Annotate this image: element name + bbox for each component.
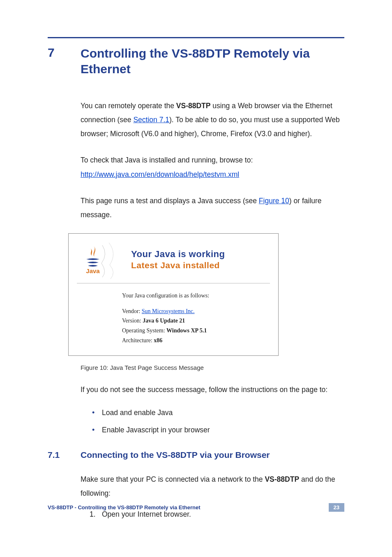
text: To check that Java is installed and runn… bbox=[81, 153, 344, 167]
figure-os-row: Operating System: Windows XP 5.1 bbox=[122, 326, 278, 336]
figure-vendor-row: Vendor: Sun Microsystems Inc. bbox=[122, 306, 278, 316]
subsection-header: 7.1 Connecting to the VS-88DTP via your … bbox=[48, 450, 344, 460]
section-header: 7 Controlling the VS-88DTP Remotely via … bbox=[48, 46, 344, 77]
figure-details: Your Java configuration is as follows: V… bbox=[122, 291, 278, 346]
section-number: 7 bbox=[48, 46, 81, 60]
section-title: Controlling the VS-88DTP Remotely via Et… bbox=[81, 46, 344, 77]
bullet-list: Load and enable Java Enable Javascript i… bbox=[92, 404, 344, 439]
value: x86 bbox=[154, 337, 162, 343]
body-para-4: If you do not see the success message, f… bbox=[81, 383, 344, 439]
figure-config-line: Your Java configuration is as follows: bbox=[122, 291, 278, 301]
product-name: VS-88DTP bbox=[265, 475, 299, 483]
value: Windows XP 5.1 bbox=[166, 327, 207, 334]
label: Vendor: bbox=[122, 308, 142, 314]
figure-arch-row: Architecture: x86 bbox=[122, 336, 278, 346]
figure-divider bbox=[77, 283, 270, 283]
label: Version: bbox=[122, 318, 143, 324]
figure-java-test: Java Your Java is working Latest Java in… bbox=[68, 233, 279, 356]
subsection-title: Connecting to the VS-88DTP via your Brow… bbox=[81, 450, 270, 460]
link-vendor[interactable]: Sun Microsystems Inc. bbox=[142, 308, 195, 314]
text: You can remotely operate the bbox=[81, 102, 176, 110]
product-name: VS-88DTP bbox=[176, 102, 211, 110]
link-section-7-1[interactable]: Section 7.1 bbox=[133, 116, 169, 124]
figure-version-row: Version: Java 6 Update 21 bbox=[122, 316, 278, 326]
svg-text:Java: Java bbox=[86, 267, 100, 274]
list-item: Enable Javascript in your browser bbox=[92, 421, 344, 439]
footer-text: VS-88DTP - Controlling the VS-88DTP Remo… bbox=[48, 504, 201, 511]
link-figure-10[interactable]: Figure 10 bbox=[259, 197, 289, 205]
page-number: 23 bbox=[329, 503, 344, 512]
figure-caption: Figure 10: Java Test Page Success Messag… bbox=[81, 364, 344, 371]
figure-title-1: Your Java is working bbox=[131, 249, 225, 260]
label: Architecture: bbox=[122, 337, 154, 343]
list-item: Load and enable Java bbox=[92, 404, 344, 421]
subsection-number: 7.1 bbox=[48, 450, 81, 460]
body-para-1: You can remotely operate the VS-88DTP us… bbox=[81, 99, 344, 141]
body-para-5: Make sure that your PC is connected via … bbox=[81, 472, 344, 522]
text: Make sure that your PC is connected via … bbox=[81, 475, 265, 483]
figure-title-2: Latest Java installed bbox=[131, 260, 225, 270]
label: Operating System: bbox=[122, 327, 166, 334]
value: Java 6 Update 21 bbox=[143, 318, 185, 324]
body-para-3: This page runs a test and displays a Jav… bbox=[81, 194, 344, 222]
java-logo-icon: Java bbox=[78, 245, 107, 274]
body-para-2: To check that Java is installed and runn… bbox=[81, 153, 344, 181]
link-java-test-url[interactable]: http://www.java.com/en/download/help/tes… bbox=[81, 170, 239, 179]
text: If you do not see the success message, f… bbox=[81, 383, 344, 397]
text: This page runs a test and displays a Jav… bbox=[81, 197, 259, 205]
page-footer: VS-88DTP - Controlling the VS-88DTP Remo… bbox=[48, 503, 344, 512]
